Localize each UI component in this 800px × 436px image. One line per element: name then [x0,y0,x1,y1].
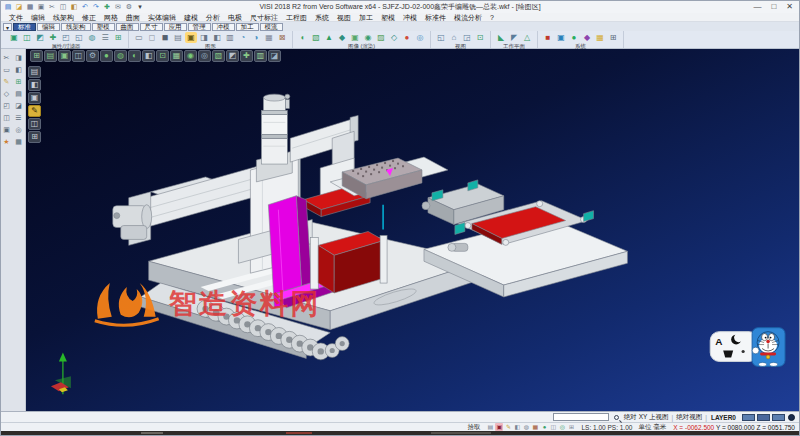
gfx-shadow-icon[interactable]: ◑ [250,32,262,43]
maximize-button[interactable]: □ [771,2,776,12]
render-view-icon[interactable]: ◐ [297,32,309,43]
vs-rows-icon[interactable]: ▤ [28,66,41,78]
menu-item[interactable]: 系统 [311,13,333,22]
tab-dimension[interactable]: 尺寸 [140,23,163,31]
menu-item[interactable]: 工程图 [282,13,311,22]
filter-list-icon[interactable]: ☰ [99,32,111,43]
viewport-3d[interactable]: ⊞▤▣◫⚙●◍◐◧⊡▦◉◎▧◩✚▥◪ ▤◧▣✎◫⊞ [26,49,799,411]
st-pen-icon[interactable]: ✎ [504,423,512,431]
render-stop-icon[interactable]: ● [401,32,413,43]
menu-item[interactable]: 加工 [355,13,377,22]
paste-icon[interactable]: ◧ [69,2,79,12]
save-icon[interactable]: ▦ [25,2,35,12]
st-brick-icon[interactable]: ▦ [531,423,539,431]
vt-rows-icon[interactable]: ▤ [44,50,57,62]
view-reference-label[interactable]: 绝对视图 [673,413,705,422]
st-flag-icon[interactable]: ▣ [495,423,503,431]
attr-add-icon[interactable]: ✚ [47,32,59,43]
print-icon[interactable]: ▣ [36,2,46,12]
vt-add-icon[interactable]: ✚ [240,50,253,62]
vt-lines-icon[interactable]: ▥ [254,50,267,62]
lt-star-icon[interactable]: ★ [2,137,12,147]
menu-item[interactable]: 修正 [78,13,100,22]
lt-pen-icon[interactable]: ✎ [2,77,12,87]
lt-box-icon[interactable]: ▭ [2,65,12,75]
wplane-axis-icon[interactable]: △ [521,32,533,43]
add-icon[interactable]: ✚ [102,2,112,12]
lt-gem-icon[interactable]: ◇ [2,89,12,99]
attr-line-icon[interactable]: ◩ [34,32,46,43]
menu-item[interactable]: 模流分析 [450,13,486,22]
st-ring-icon[interactable]: ◎ [558,423,566,431]
lt-cut-icon[interactable]: ✂ [2,53,12,63]
st-blob-icon[interactable]: ◍ [522,423,530,431]
render-light-icon[interactable]: ▣ [349,32,361,43]
tab-surface[interactable]: 曲面 [116,23,139,31]
vs-pen-active-icon[interactable]: ✎ [28,105,41,117]
menu-item[interactable]: 建模 [180,13,202,22]
view-orientation-label[interactable]: 绝对 XY 上视图 [621,413,672,422]
menu-item[interactable]: 尺寸标注 [246,13,282,22]
settings-icon[interactable]: ⚙ [124,2,134,12]
vt-hatch-icon[interactable]: ▧ [212,50,225,62]
menu-item[interactable]: 塑模 [377,13,399,22]
sys-purple-icon[interactable]: ◆ [581,32,593,43]
vt-fit-icon[interactable]: ⊡ [156,50,169,62]
lt-shade-icon[interactable]: ◧ [14,65,24,75]
vt-target-icon[interactable]: ◉ [184,50,197,62]
gfx-half-icon[interactable]: ◨ [198,32,210,43]
lt-disc-icon[interactable]: ◎ [14,125,24,135]
lt-fold-icon[interactable]: ◪ [14,101,24,111]
lt-list-icon[interactable]: ☰ [14,113,24,123]
view-pan-icon[interactable]: ◱ [435,32,447,43]
color-swatch-1[interactable] [742,414,755,421]
render-hatch-icon[interactable]: ▨ [375,32,387,43]
st-grid-icon[interactable]: ⊞ [567,423,575,431]
tab-mold[interactable]: 塑模 [92,23,115,31]
sys-grid-icon[interactable]: ⊞ [607,32,619,43]
color-dot[interactable] [788,414,795,421]
vs-copy-icon[interactable]: ◫ [28,118,41,130]
render-target-icon[interactable]: ◎ [414,32,426,43]
gfx-clip-icon[interactable]: ⊠ [276,32,288,43]
dropdown-icon[interactable]: ▾ [135,2,145,12]
vt-corner-icon[interactable]: ◩ [226,50,239,62]
attr-layer-icon[interactable]: ◫ [21,32,33,43]
menu-item[interactable]: 曲面 [122,13,144,22]
redo-icon[interactable]: ↷ [91,2,101,12]
undo-icon[interactable]: ↶ [80,2,90,12]
filter-grid-icon[interactable]: ⊞ [112,32,124,43]
lt-rows-icon[interactable]: ▤ [14,89,24,99]
menu-item[interactable]: 编辑 [27,13,49,22]
gfx-section-icon[interactable]: ▥ [224,32,236,43]
render-tex-icon[interactable]: ▧ [310,32,322,43]
copy-icon[interactable]: ◫ [58,2,68,12]
gfx-solid-icon[interactable]: ◼ [159,32,171,43]
color-swatch-2[interactable] [757,414,770,421]
filter-region-icon[interactable]: ◱ [73,32,85,43]
minimize-button[interactable]: — [753,2,761,12]
gfx-half2-icon[interactable]: ◧ [211,32,223,43]
st-shade-icon[interactable]: ◧ [513,423,521,431]
open-file-icon[interactable]: ◪ [14,2,24,12]
lt-copy-icon[interactable]: ◫ [2,113,12,123]
vt-shade-icon[interactable]: ◧ [142,50,155,62]
gfx-transp-icon[interactable]: ◔ [237,32,249,43]
wplane-tri2-icon[interactable]: ◤ [508,32,520,43]
st-doc-icon[interactable]: ▤ [486,423,494,431]
cut-icon[interactable]: ✂ [47,2,57,12]
menu-item[interactable]: 文件 [5,13,27,22]
menu-item[interactable]: 实体编辑 [144,13,180,22]
sys-blue-icon[interactable]: ▣ [555,32,567,43]
vs-shade-icon[interactable]: ◧ [28,79,41,91]
vt-gear-icon[interactable]: ⚙ [86,50,99,62]
vt-disc-icon[interactable]: ◎ [198,50,211,62]
menu-item[interactable]: 分析 [202,13,224,22]
render-gem-icon[interactable]: ◇ [388,32,400,43]
render-mat-icon[interactable]: ◆ [336,32,348,43]
gfx-hidden-icon[interactable]: ◻ [146,32,158,43]
menu-item[interactable]: ? [486,13,498,22]
vs-cell-icon[interactable]: ▣ [28,92,41,104]
tab-machining[interactable]: 加工 [236,23,259,31]
lt-frame-icon[interactable]: ◰ [2,101,12,111]
